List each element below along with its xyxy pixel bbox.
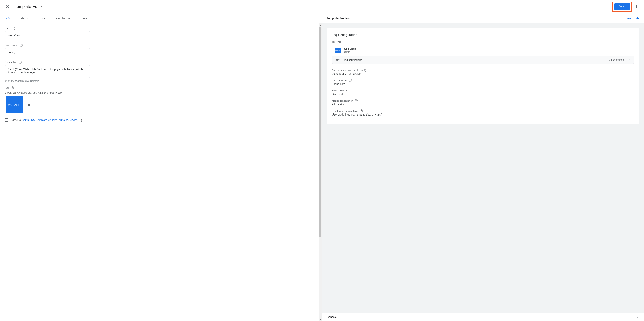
scroll-up-arrow[interactable]: ▲ [319,23,322,26]
name-field-label: Name ? [5,26,314,30]
editor-left-pane: Info Fields Code Permissions Tests Name … [0,13,322,321]
help-icon[interactable]: ? [360,109,363,112]
editor-tabs: Info Fields Code Permissions Tests [0,13,322,23]
scroll-track[interactable] [319,26,322,318]
config-label-text: Metrics configuration [332,100,353,102]
config-group: Metrics configuration?All metrics [332,99,634,106]
svg-point-1 [636,6,637,7]
save-highlight: Save [612,1,632,12]
agree-row: Agree to Community Template Gallery Term… [5,118,314,122]
tag-permissions-count: 3 permissions [609,58,624,61]
icon-preview-card: Web Vitals [5,96,36,114]
config-group-value: All metrics [332,103,634,106]
icon-label-text: Icon [5,87,9,89]
brand-field-label: Brand name ? [5,43,314,47]
console-bar[interactable]: Console [322,313,644,321]
config-group-value: Use predefined event name ("web_vitals") [332,113,634,116]
config-group-label: Metrics configuration? [332,99,634,102]
svg-point-2 [636,7,637,8]
page-title: Template Editor [15,4,612,9]
config-group-label: Event name for data layer? [332,109,634,112]
trash-icon [27,103,31,107]
more-vertical-icon [635,5,638,8]
config-group-label: Choose a CDN? [332,79,634,82]
brand-input[interactable] [5,48,90,56]
help-icon[interactable]: ? [364,69,367,72]
config-group-value: Load library from a CDN [332,72,634,75]
description-char-count: 111/200 characters remaining [5,79,314,82]
icon-hint: Select only images that you have the rig… [5,91,314,94]
tag-badge: Web Vitals [335,48,340,53]
console-label: Console [327,316,337,319]
tab-code[interactable]: Code [33,13,50,23]
left-scrollbar[interactable]: ▲ ▼ [319,23,322,321]
description-input[interactable] [5,65,90,78]
terms-link[interactable]: Community Template Gallery Terms of Serv… [22,119,78,122]
tab-tests[interactable]: Tests [76,13,93,23]
preview-body: Tag Configuration Tag Type Web Vitals We… [322,23,644,313]
name-label-text: Name [5,27,12,29]
tab-info[interactable]: Info [0,13,15,23]
config-label-text: Build options [332,89,345,92]
tab-fields[interactable]: Fields [15,13,33,23]
config-group-label: Choose how to load the library? [332,69,634,72]
config-label-text: Choose a CDN [332,79,348,82]
config-group-label: Build options? [332,89,634,92]
icon-field-label: Icon ? [5,86,314,89]
config-group: Build options?Standard [332,89,634,96]
preview-header: Template Preview Run Code [322,13,644,23]
scroll-down-arrow[interactable]: ▼ [319,318,322,321]
help-icon[interactable]: ? [13,26,16,30]
config-group: Choose how to load the library?Load libr… [332,69,634,75]
help-icon[interactable]: ? [11,86,14,89]
tag-type-row: Web Vitals Web Vitals demirj [332,45,634,56]
more-menu-button[interactable] [633,3,640,10]
config-group: Event name for data layer?Use predefined… [332,109,634,116]
tab-permissions[interactable]: Permissions [50,13,76,23]
info-form: Name ? Brand name ? Description ? [0,23,319,321]
config-label-text: Event name for data layer [332,110,358,112]
help-icon[interactable]: ? [80,119,83,122]
help-icon[interactable]: ? [18,61,22,64]
agree-checkbox[interactable] [5,118,8,122]
close-icon [6,4,10,9]
config-group-value: Standard [332,93,634,96]
key-icon [335,58,340,62]
config-group: Choose a CDN?unpkg.com [332,79,634,86]
main-layout: Info Fields Code Permissions Tests Name … [0,13,644,321]
preview-pane: Template Preview Run Code Tag Configurat… [322,13,644,321]
svg-point-0 [636,5,637,6]
close-button[interactable] [4,2,12,11]
preview-title: Template Preview [327,17,350,20]
help-icon[interactable]: ? [20,43,23,47]
help-icon[interactable]: ? [349,79,352,82]
help-icon[interactable]: ? [346,89,350,92]
save-button[interactable]: Save [614,3,630,10]
config-group-value: unpkg.com [332,83,634,86]
tag-type-label: Tag Type [332,40,634,43]
tag-type-name: Web Vitals [344,47,631,50]
description-field-label: Description ? [5,61,314,64]
description-label-text: Description [5,61,17,63]
delete-icon-button[interactable] [26,102,32,108]
config-section-title: Tag Configuration [332,33,634,37]
editor-header: Template Editor Save [0,0,644,13]
chevron-right-icon [628,58,631,61]
agree-text: Agree to Community Template Gallery Term… [10,119,78,122]
run-code-button[interactable]: Run Code [627,17,639,20]
left-content-wrapper: Name ? Brand name ? Description ? [0,23,322,321]
tag-configuration-card: Tag Configuration Tag Type Web Vitals We… [327,28,639,124]
agree-prefix: Agree to [10,119,22,122]
config-label-text: Choose how to load the library [332,69,363,71]
tag-type-brand: demirj [344,50,631,53]
tag-type-box: Web Vitals Web Vitals demirj Tag permiss… [332,45,634,64]
icon-tile: Web Vitals [6,96,23,114]
tag-permissions-row[interactable]: Tag permissions 3 permissions [332,56,634,64]
brand-label-text: Brand name [5,44,18,46]
chevron-up-icon [636,316,639,319]
help-icon[interactable]: ? [354,99,358,102]
tag-meta: Web Vitals demirj [344,47,631,53]
tag-permissions-label: Tag permissions [344,58,606,61]
scroll-thumb[interactable] [319,26,322,237]
name-input[interactable] [5,31,90,39]
